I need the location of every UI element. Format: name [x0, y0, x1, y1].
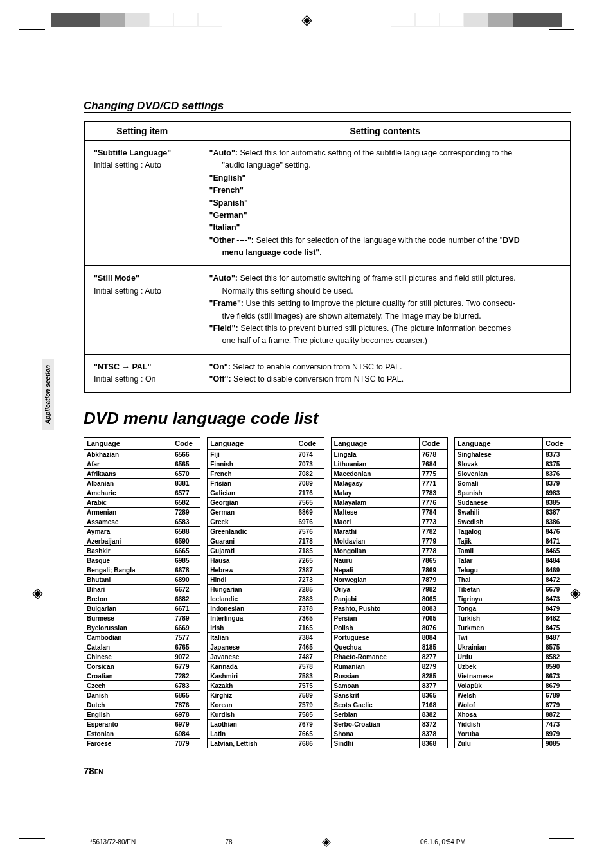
r1-es: "Spanish" — [209, 199, 248, 208]
lang-name: Serbo-Croatian — [331, 720, 419, 729]
table-row: Kashmiri7583 — [208, 671, 324, 681]
list-title: DVD menu language code list — [84, 409, 571, 429]
table-row: Russian8285 — [331, 671, 447, 681]
lang-name: Tibetan — [454, 585, 542, 594]
r2-sub: Initial setting : Auto — [94, 287, 161, 296]
lang-code: 8185 — [419, 642, 447, 652]
table-row: Sanskrit8365 — [331, 691, 447, 700]
lang-name: Telugu — [454, 565, 542, 575]
table-row: Somali8379 — [454, 479, 571, 488]
table-row: Yoruba8979 — [454, 729, 571, 739]
r2-frame: "Frame": — [209, 299, 246, 308]
lang-code: 6682 — [172, 594, 200, 604]
lang-name: Bulgarian — [84, 604, 172, 614]
lang-code: 8084 — [419, 633, 447, 642]
lang-code: 7073 — [296, 459, 324, 469]
table-row: Serbo-Croatian8372 — [331, 720, 447, 729]
table-row: Hungarian7285 — [208, 585, 324, 594]
lang-name: German — [208, 508, 296, 517]
lang-code: 8387 — [543, 508, 571, 517]
table-row: Moldavian7779 — [331, 536, 447, 546]
lang-code: 9072 — [172, 652, 200, 662]
lang-name: Lingala — [331, 450, 419, 459]
lang-name: Turkmen — [454, 623, 542, 633]
lang-name: Urdu — [454, 652, 542, 662]
lang-name: Rumanian — [331, 662, 419, 671]
lang-code: 8378 — [419, 729, 447, 739]
table-row: Byelorussian6669 — [84, 623, 200, 633]
table-row: Kirghiz7589 — [208, 691, 324, 700]
table-row: Arabic6582 — [84, 498, 200, 508]
lang-code: 8381 — [172, 479, 200, 488]
lang-name: Swahili — [454, 508, 542, 517]
lang-name: Maori — [331, 517, 419, 527]
lang-name: Armenian — [84, 508, 172, 517]
table-row: Laothian7679 — [208, 720, 324, 729]
lang-name: Frisian — [208, 479, 296, 488]
lang-code: 6590 — [172, 536, 200, 546]
footer: *5613/72-80/EN 78 ◈ 06.1.6, 0:54 PM — [0, 835, 613, 849]
table-row: Greenlandic7576 — [208, 527, 324, 536]
lang-col-3: LanguageCodeLingala7678Lithuanian7684Mac… — [331, 437, 448, 748]
table-row: Tonga8479 — [454, 604, 571, 614]
lang-code: 6665 — [172, 546, 200, 556]
lang-name: Thai — [454, 575, 542, 585]
table-row: Nepali7869 — [331, 565, 447, 575]
lang-name: Afar — [84, 459, 172, 469]
lang-code: 8379 — [543, 479, 571, 488]
lang-name: Gujarati — [208, 546, 296, 556]
lang-name: Volapük — [454, 681, 542, 691]
table-row: Gujarati7185 — [208, 546, 324, 556]
table-row: Marathi7782 — [331, 527, 447, 536]
lang-code: 8475 — [543, 623, 571, 633]
lang-name: Assamese — [84, 517, 172, 527]
table-row: Indonesian7378 — [208, 604, 324, 614]
lang-code: 7082 — [296, 469, 324, 479]
table-row: German6869 — [208, 508, 324, 517]
lang-name: Shona — [331, 729, 419, 739]
lang-name: Corsican — [84, 662, 172, 671]
lang-code: 8279 — [419, 662, 447, 671]
lang-name: Macedonian — [331, 469, 419, 479]
lang-name: Guarani — [208, 536, 296, 546]
table-row: Tatar8484 — [454, 556, 571, 565]
table-row: Tagalog8476 — [454, 527, 571, 536]
lang-name: Marathi — [331, 527, 419, 536]
r3-sub: Initial setting : On — [94, 375, 156, 384]
lang-name: Ukrainian — [454, 642, 542, 652]
table-row: Japanese7465 — [208, 642, 324, 652]
lang-code: 7473 — [543, 720, 571, 729]
lang-name: Hebrew — [208, 565, 296, 575]
table-row: Mongolian7778 — [331, 546, 447, 556]
lang-code: 8385 — [543, 498, 571, 508]
table-row: Slovak8375 — [454, 459, 571, 469]
r1-auto-d2: "audio language" setting. — [209, 159, 562, 172]
lang-code: 7686 — [296, 739, 324, 748]
r1-title: "Subtitle Language" — [94, 148, 171, 157]
table-row: Hindi7273 — [208, 575, 324, 585]
lang-name: Kurdish — [208, 710, 296, 720]
lang-name: Bengali; Bangla — [84, 565, 172, 575]
table-row: Abkhazian6566 — [84, 450, 200, 459]
lang-code: 7783 — [419, 488, 447, 498]
lang-code: 7165 — [296, 623, 324, 633]
lang-name: Laothian — [208, 720, 296, 729]
lang-name: Vietnamese — [454, 671, 542, 681]
lang-name: Georgian — [208, 498, 296, 508]
r3-off: "Off": — [209, 375, 234, 384]
r1-sub: Initial setting : Auto — [94, 161, 161, 170]
table-row: Nauru7865 — [331, 556, 447, 565]
lang-code: 7583 — [296, 671, 324, 681]
r1-auto-d: Select this for automatic setting of the… — [240, 148, 512, 157]
lang-code: 8471 — [543, 536, 571, 546]
foot-l: *5613/72-80/EN — [90, 838, 136, 846]
lang-name: Bhutani — [84, 575, 172, 585]
lang-code: 7185 — [296, 546, 324, 556]
lang-code: 7079 — [172, 739, 200, 748]
table-row: Korean7579 — [208, 700, 324, 710]
lang-code: 6583 — [172, 517, 200, 527]
lang-code: 7578 — [296, 662, 324, 671]
lang-code: 7876 — [172, 700, 200, 710]
table-row: Ameharic6577 — [84, 488, 200, 498]
lang-code: 8083 — [419, 604, 447, 614]
